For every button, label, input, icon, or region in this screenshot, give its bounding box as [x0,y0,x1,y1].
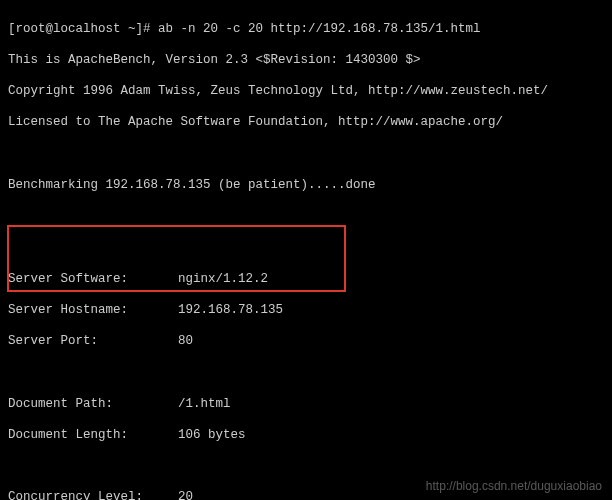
field-label: Server Hostname: [8,303,178,319]
field-value: 20 [178,490,193,500]
field-value: /1.html [178,397,231,413]
document-path-row: Document Path:/1.html [8,397,604,413]
field-label: Document Path: [8,397,178,413]
field-value: 106 bytes [178,428,246,444]
benchmark-status: Benchmarking 192.168.78.135 (be patient)… [8,178,604,194]
terminal-output: [root@localhost ~]# ab -n 20 -c 20 http:… [0,0,612,500]
server-port-row: Server Port:80 [8,334,604,350]
field-label: Server Port: [8,334,178,350]
field-label: Concurrency Level: [8,490,178,500]
server-software-row: Server Software:nginx/1.12.2 [8,272,604,288]
document-length-row: Document Length:106 bytes [8,428,604,444]
shell-prompt: [root@localhost ~]# [8,22,158,36]
field-label: Document Length: [8,428,178,444]
prompt-line: [root@localhost ~]# ab -n 20 -c 20 http:… [8,22,604,38]
field-value: 80 [178,334,193,350]
field-label: Server Software: [8,272,178,288]
header-line: Licensed to The Apache Software Foundati… [8,115,604,131]
header-line: This is ApacheBench, Version 2.3 <$Revis… [8,53,604,69]
watermark-text: http://blog.csdn.net/duguxiaobiao [426,479,602,494]
entered-command: ab -n 20 -c 20 http://192.168.78.135/1.h… [158,22,481,36]
field-value: 192.168.78.135 [178,303,283,319]
server-hostname-row: Server Hostname:192.168.78.135 [8,303,604,319]
field-value: nginx/1.12.2 [178,272,268,288]
header-line: Copyright 1996 Adam Twiss, Zeus Technolo… [8,84,604,100]
